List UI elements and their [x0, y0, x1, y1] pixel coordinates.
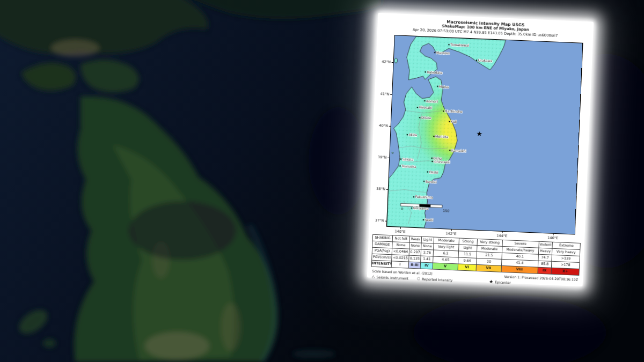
city-dot	[417, 107, 418, 108]
legend-cell: VIII	[501, 265, 538, 274]
city-label: Hakodate	[427, 70, 443, 74]
legend-cell: 0.297	[409, 249, 421, 256]
tobishima-island	[392, 152, 393, 153]
city-marker-morioka: Morioka	[433, 134, 448, 138]
legend-cell: Light	[421, 237, 434, 243]
city-marker-osaki: Osaki	[427, 169, 438, 174]
city-marker-odate: Odate	[419, 115, 431, 120]
city-dot	[424, 100, 425, 101]
city-marker-urakawa: Urakawa	[476, 58, 493, 62]
intensity-map: 0150 TomakomaiMuroranUrakawaHakodateMuts…	[387, 35, 583, 234]
legend-cell: VII	[476, 264, 502, 272]
city-dot	[407, 134, 408, 135]
city-label: Sakata	[402, 157, 414, 161]
lat-axis-tick	[385, 221, 386, 221]
lon-axis-tick	[553, 234, 553, 235]
legend-cell: IV	[420, 262, 433, 269]
lat-axis-tick	[389, 126, 391, 127]
lat-axis-tick	[392, 62, 393, 63]
city-dot	[413, 196, 414, 197]
legend-cell: II-III	[408, 262, 421, 269]
city-label: Tsuruoka	[401, 164, 416, 168]
city-label: Mutsu	[439, 84, 449, 88]
city-dot	[434, 52, 435, 53]
lat-axis-tick	[390, 94, 392, 95]
footer-legend-epicenter: ★Epicenter	[489, 279, 511, 285]
epicenter-star: ★	[476, 129, 482, 137]
city-label: Fukushima	[415, 195, 433, 199]
city-dot	[419, 117, 420, 118]
bg-deep-water	[309, 107, 368, 215]
city-marker-sakata: Sakata	[400, 157, 414, 161]
okushiri-island	[394, 58, 397, 63]
city-marker-sendai: Sendai	[423, 179, 437, 183]
legend-cell: 74.7	[538, 254, 552, 261]
lat-axis-label: 40°N	[379, 123, 388, 128]
legend-cell: IX	[537, 267, 551, 274]
legend-cell: X+	[551, 268, 579, 275]
lat-axis-tick	[387, 158, 389, 158]
city-dot	[443, 110, 444, 112]
city-dot	[427, 171, 428, 172]
city-dot	[411, 208, 412, 209]
bg-city-patch	[51, 40, 99, 57]
city-label: Iwaki	[425, 218, 434, 222]
city-marker-tsuruoka: Tsuruoka	[399, 164, 416, 168]
legend-cell: 85.8	[538, 261, 552, 268]
city-marker-muroran: Muroran	[434, 50, 450, 55]
city-marker-kamaishi: Kamaishi	[449, 148, 466, 152]
legend-cell: 2.76	[421, 249, 433, 256]
lon-axis-label: 140°E	[394, 229, 405, 234]
lat-axis-label: 37°N	[375, 218, 384, 223]
lat-axis-label: 42°N	[382, 60, 391, 64]
scale-bar-max-label: 150	[443, 209, 450, 213]
seismic-instrument-icon: △	[372, 275, 375, 279]
lon-axis-tick	[400, 227, 401, 229]
footer-legend-label: Reported Intensity	[422, 277, 452, 282]
legend-cell: 0.135	[408, 255, 421, 262]
city-dot	[399, 165, 400, 166]
lat-axis-label: 39°N	[378, 155, 387, 160]
city-dot	[431, 158, 433, 159]
footer-legend-reported-intensity: ○Reported Intensity	[417, 277, 453, 283]
bg-sado-island	[43, 339, 56, 348]
city-dot	[423, 219, 424, 220]
city-label: Tomakomai	[450, 42, 469, 47]
footer-legend-seismic-instrument: △Seismic Instrument	[372, 275, 409, 280]
bg-deep-water	[129, 201, 236, 260]
city-dot	[437, 86, 438, 87]
city-label: Osaki	[429, 170, 438, 174]
city-label: Aomori	[426, 99, 438, 103]
bg-coast-shallows	[292, 350, 335, 358]
epicenter-icon: ★	[489, 279, 493, 284]
shakemap-card: Macroseismic Intensity Map USGS ShakeMap…	[367, 13, 594, 286]
lon-axis-label: 142°E	[445, 231, 456, 236]
city-label: Akita	[408, 132, 417, 137]
city-dot	[425, 71, 426, 72]
city-label: Muroran	[436, 50, 450, 55]
city-marker-akita: Akita	[407, 132, 418, 137]
city-marker-iwaki: Iwaki	[423, 218, 434, 222]
legend-cell: None	[421, 243, 434, 250]
legend-cell: 1.41	[421, 256, 433, 263]
city-dot	[449, 121, 450, 122]
lat-axis-label: 41°N	[380, 92, 390, 97]
footer-legend-label: Epicenter	[495, 280, 511, 284]
lon-axis-label: 146°E	[547, 235, 558, 240]
lat-axis-tick	[386, 189, 388, 190]
city-label: Odate	[421, 115, 431, 120]
city-marker-hirosaki: Hirosaki	[417, 105, 433, 109]
intensity-legend-table: SHAKINGNot feltWeakLightModerateStrongVe…	[371, 234, 581, 276]
legend-cell: Weak	[409, 236, 422, 243]
legend-cell: VI	[458, 264, 476, 271]
city-dot	[433, 136, 434, 137]
city-dot	[400, 158, 401, 159]
city-dot	[476, 60, 477, 61]
city-label: Urakawa	[478, 58, 493, 62]
city-marker-ichinoseki: Ichinoseki	[431, 159, 450, 164]
city-dot	[431, 161, 433, 162]
shakemap-plot: 0150 TomakomaiMuroranUrakawaHakodateMuts…	[386, 35, 583, 234]
lat-axis-label: 38°N	[376, 187, 385, 191]
city-dot	[448, 44, 449, 45]
city-label: Hachinohe	[445, 109, 463, 113]
